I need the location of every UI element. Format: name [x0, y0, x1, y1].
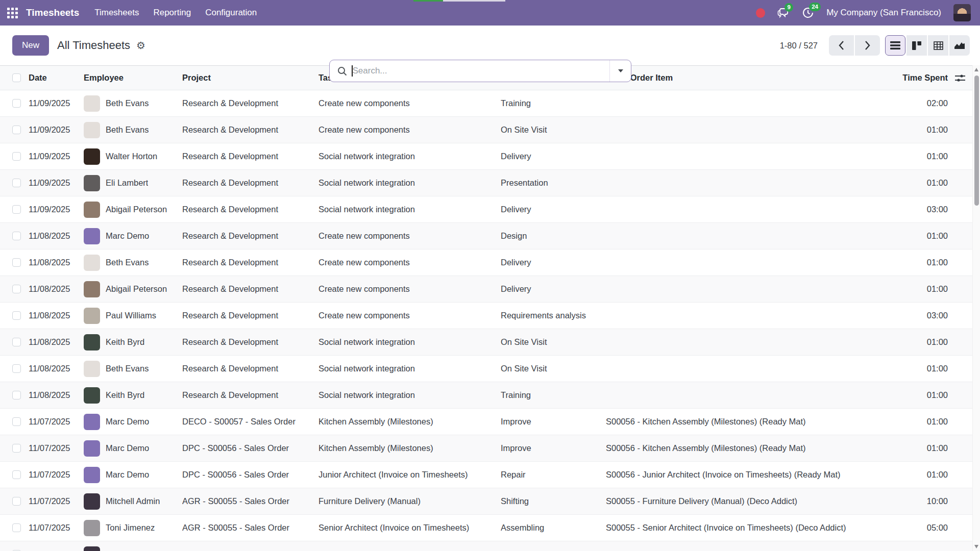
- description-cell: On Site Visit: [501, 364, 606, 373]
- date-cell: 11/09/2025: [29, 98, 84, 108]
- column-header-project[interactable]: Project: [182, 73, 318, 83]
- row-checkbox[interactable]: [12, 444, 21, 453]
- messages-systray-button[interactable]: 9: [777, 7, 790, 18]
- employee-avatar: [84, 202, 100, 218]
- time-spent-cell: 03:00: [899, 205, 948, 214]
- date-cell: 11/08/2025: [29, 284, 84, 294]
- project-cell: AGR - S00055 - Sales Order: [182, 496, 318, 506]
- employee-avatar: [84, 148, 100, 165]
- row-checkbox[interactable]: [12, 126, 21, 134]
- row-checkbox[interactable]: [12, 338, 21, 346]
- time-spent-cell: 01:00: [899, 337, 948, 347]
- timesheet-row[interactable]: 11/08/2025 Paul Williams Research & Deve…: [0, 303, 972, 329]
- timesheet-row[interactable]: 11/09/2025 Beth Evans Research & Develop…: [0, 90, 972, 117]
- description-cell: On Site Visit: [501, 125, 606, 135]
- row-checkbox[interactable]: [12, 364, 21, 373]
- column-header-sales-order-item[interactable]: Sales Order Item: [606, 73, 899, 83]
- project-cell: Research & Development: [182, 311, 318, 320]
- employee-avatar: [84, 361, 100, 377]
- row-checkbox[interactable]: [12, 258, 21, 267]
- timesheet-row[interactable]: 11/08/2025 Abigail Peterson Research & D…: [0, 276, 972, 303]
- time-spent-cell: 10:00: [899, 496, 948, 506]
- timesheet-row[interactable]: 11/08/2025 Keith Byrd Research & Develop…: [0, 382, 972, 409]
- pager-previous-button[interactable]: [829, 35, 854, 56]
- task-cell: Social network integration: [318, 152, 501, 161]
- row-checkbox[interactable]: [12, 311, 21, 320]
- timesheet-row[interactable]: 11/08/2025 Beth Evans Research & Develop…: [0, 249, 972, 276]
- date-cell: 11/07/2025: [29, 496, 84, 506]
- view-switch-list[interactable]: [885, 35, 905, 56]
- new-button[interactable]: New: [12, 35, 49, 56]
- breadcrumb-title: All Timesheets: [57, 39, 130, 52]
- user-avatar[interactable]: [953, 4, 971, 21]
- task-cell: Social network integration: [318, 205, 501, 214]
- scrollbar-down-arrow[interactable]: [974, 545, 978, 548]
- column-header-time-spent[interactable]: Time Spent: [899, 73, 948, 83]
- menu-reporting[interactable]: Reporting: [153, 8, 191, 18]
- activities-systray-button[interactable]: 24: [802, 7, 814, 19]
- description-cell: Training: [501, 390, 606, 400]
- project-cell: Research & Development: [182, 284, 318, 294]
- menu-timesheets[interactable]: Timesheets: [94, 8, 139, 18]
- timesheet-row[interactable]: 11/08/2025 Marc Demo Research & Developm…: [0, 223, 972, 249]
- action-gear-icon[interactable]: ⚙: [136, 40, 145, 51]
- row-checkbox[interactable]: [12, 391, 21, 399]
- timesheet-row[interactable]: 11/07/2025 Mitchell Admin AGR - S00055 -…: [0, 541, 972, 551]
- timesheet-row[interactable]: 11/07/2025 Mitchell Admin AGR - S00055 -…: [0, 488, 972, 515]
- pager-next-button[interactable]: [855, 35, 880, 56]
- date-cell: 11/09/2025: [29, 125, 84, 135]
- row-checkbox[interactable]: [12, 470, 21, 479]
- timesheet-row[interactable]: 11/09/2025 Eli Lambert Research & Develo…: [0, 170, 972, 196]
- view-switch-pivot[interactable]: [928, 35, 948, 56]
- employee-avatar: [84, 255, 100, 271]
- optional-columns-icon[interactable]: [955, 74, 965, 82]
- row-checkbox[interactable]: [12, 285, 21, 293]
- vertical-scrollbar: [972, 65, 980, 551]
- time-spent-cell: 01:00: [899, 231, 948, 241]
- select-all-checkbox[interactable]: [12, 73, 21, 82]
- timesheet-row[interactable]: 11/08/2025 Keith Byrd Research & Develop…: [0, 329, 972, 356]
- search-input[interactable]: [353, 60, 610, 82]
- row-checkbox[interactable]: [12, 99, 21, 108]
- apps-menu-icon[interactable]: [7, 8, 18, 18]
- column-header-date[interactable]: Date: [29, 73, 84, 83]
- app-name[interactable]: Timesheets: [26, 7, 79, 18]
- pager-value[interactable]: 1-80 / 527: [780, 41, 818, 51]
- recording-indicator-icon[interactable]: [756, 8, 765, 18]
- timesheet-row[interactable]: 11/07/2025 Marc Demo DPC - S00056 - Sale…: [0, 462, 972, 488]
- timesheet-row[interactable]: 11/09/2025 Beth Evans Research & Develop…: [0, 117, 972, 143]
- view-switch-kanban[interactable]: [906, 35, 927, 56]
- row-checkbox[interactable]: [12, 232, 21, 240]
- row-checkbox[interactable]: [12, 417, 21, 426]
- sales-order-item-cell: S00056 - Kitchen Assembly (Milestones) (…: [606, 417, 899, 427]
- employee-avatar: [84, 440, 100, 457]
- row-checkbox[interactable]: [12, 152, 21, 161]
- company-switcher[interactable]: My Company (San Francisco): [826, 8, 941, 18]
- date-cell: 11/09/2025: [29, 205, 84, 214]
- timesheet-row[interactable]: 11/09/2025 Abigail Peterson Research & D…: [0, 196, 972, 223]
- task-cell: Furniture Delivery (Manual): [318, 496, 501, 506]
- column-header-employee[interactable]: Employee: [84, 73, 182, 83]
- search-options-toggle[interactable]: [609, 60, 631, 82]
- scrollbar-thumb[interactable]: [974, 76, 979, 206]
- row-checkbox[interactable]: [12, 523, 21, 532]
- scrollbar-up-arrow[interactable]: [974, 68, 978, 71]
- row-checkbox[interactable]: [12, 179, 21, 187]
- date-cell: 11/08/2025: [29, 231, 84, 241]
- menu-configuration[interactable]: Configuration: [205, 8, 257, 18]
- employee-name: Keith Byrd: [106, 390, 144, 400]
- row-checkbox[interactable]: [12, 497, 21, 506]
- employee-name: Paul Williams: [106, 311, 156, 320]
- task-cell: Create new components: [318, 231, 501, 241]
- view-switch-graph[interactable]: [949, 35, 970, 56]
- timesheet-row[interactable]: 11/08/2025 Beth Evans Research & Develop…: [0, 356, 972, 382]
- timesheet-row[interactable]: 11/07/2025 Toni Jimenez AGR - S00055 - S…: [0, 515, 972, 541]
- row-checkbox[interactable]: [12, 205, 21, 214]
- kanban-view-icon: [912, 41, 921, 50]
- project-cell: Research & Development: [182, 364, 318, 373]
- timesheet-row[interactable]: 11/07/2025 Marc Demo DPC - S00056 - Sale…: [0, 435, 972, 462]
- employee-name: Beth Evans: [106, 258, 149, 267]
- timesheet-row[interactable]: 11/07/2025 Marc Demo DECO - S00057 - Sal…: [0, 409, 972, 435]
- employee-name: Keith Byrd: [106, 337, 144, 347]
- timesheet-row[interactable]: 11/09/2025 Walter Horton Research & Deve…: [0, 143, 972, 170]
